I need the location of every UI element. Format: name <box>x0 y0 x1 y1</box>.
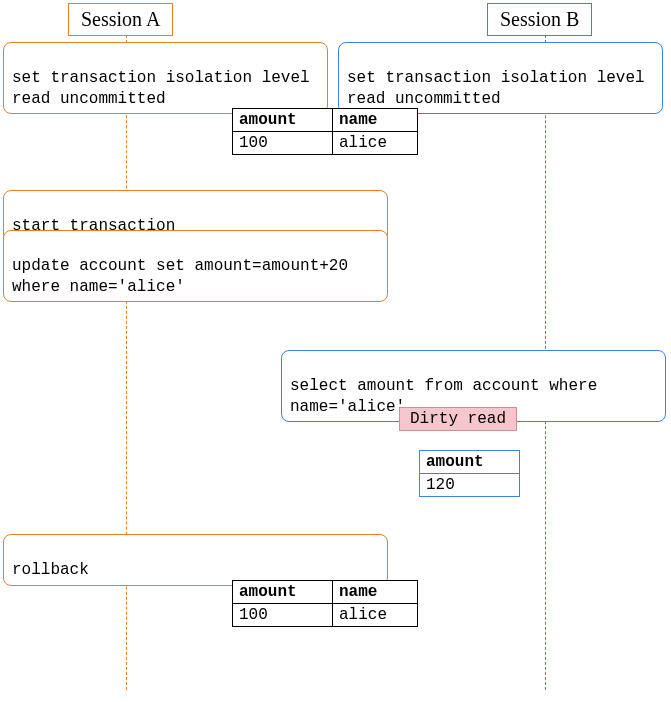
table-row: 100 alice <box>233 604 418 627</box>
stmt-text: set transaction isolation level read unc… <box>12 69 310 108</box>
dirty-read-label: Dirty read <box>399 407 517 431</box>
session-a-header: Session A <box>68 3 173 36</box>
session-b-title: Session B <box>500 8 579 30</box>
session-a-set-isolation: set transaction isolation level read unc… <box>3 42 328 114</box>
session-b-header: Session B <box>487 3 592 36</box>
label-text: Dirty read <box>410 410 506 428</box>
session-b-set-isolation: set transaction isolation level read unc… <box>338 42 663 114</box>
col-name: name <box>333 581 418 604</box>
stmt-text: update account set amount=amount+20 wher… <box>12 257 348 296</box>
table-row: 120 <box>420 474 520 497</box>
col-amount: amount <box>233 109 333 132</box>
session-a-title: Session A <box>81 8 160 30</box>
cell-name: alice <box>333 132 418 155</box>
col-amount: amount <box>233 581 333 604</box>
col-name: name <box>333 109 418 132</box>
cell-amount: 100 <box>233 604 333 627</box>
state-table-dirty: amount 120 <box>419 450 520 497</box>
cell-name: alice <box>333 604 418 627</box>
col-amount: amount <box>420 451 520 474</box>
timeline-a <box>126 30 127 690</box>
session-a-update: update account set amount=amount+20 wher… <box>3 230 388 302</box>
cell-amount: 120 <box>420 474 520 497</box>
cell-amount: 100 <box>233 132 333 155</box>
state-table-final: amount name 100 alice <box>232 580 418 627</box>
session-a-rollback: rollback <box>3 534 388 586</box>
stmt-text: rollback <box>12 561 89 579</box>
stmt-text: set transaction isolation level read unc… <box>347 69 645 108</box>
state-table-initial: amount name 100 alice <box>232 108 418 155</box>
table-row: 100 alice <box>233 132 418 155</box>
